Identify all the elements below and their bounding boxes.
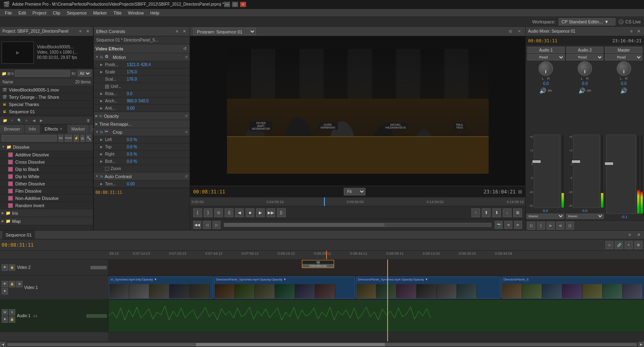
fader-thumb-master[interactable] [605, 162, 613, 165]
effects-yuv[interactable]: YUV [65, 135, 72, 142]
ch1-mute[interactable]: 🔊 [539, 87, 546, 94]
new-item-btn[interactable]: + [9, 117, 15, 124]
project-list-item[interactable]: 🎬VideoBlocks90005-1.mov [0, 86, 93, 94]
new-bin-btn[interactable]: 📁 [2, 117, 8, 124]
fit-selector[interactable]: Fit [344, 188, 365, 195]
audio-mixer-menu[interactable]: ≡ [629, 29, 634, 34]
master-knob[interactable] [617, 61, 631, 76]
menu-project[interactable]: Project [29, 9, 50, 17]
tl-add-tracks[interactable]: + [625, 241, 633, 249]
ec-reset-all[interactable]: ↺ [182, 44, 188, 53]
master-mode[interactable]: Read [605, 54, 642, 60]
mark-clip-btn[interactable]: ⊙ [214, 208, 223, 217]
tl-scroll-right[interactable]: ▶ [638, 342, 644, 347]
jog-right[interactable]: ▷ [213, 221, 221, 229]
project-in-select[interactable]: All [78, 70, 91, 77]
tab-marker[interactable]: Marker [67, 125, 89, 133]
v1-sync-btn[interactable]: ⊕ [16, 281, 23, 287]
lift-btn[interactable]: ↑ [471, 208, 480, 217]
am-btn5[interactable]: ⟩⟩ [566, 222, 574, 230]
menu-sequence[interactable]: Sequence [64, 9, 90, 17]
ec-time-remap-header[interactable]: ▶ Time Remappi... [94, 120, 190, 128]
ch2-mode[interactable]: Read [566, 54, 604, 60]
tl-snap-btn[interactable]: ⊹ [605, 241, 613, 249]
project-search-input[interactable] [15, 70, 70, 77]
a1-lock[interactable]: 🔒 [9, 316, 15, 323]
find-btn[interactable]: 🔍 [16, 117, 23, 124]
v2-eye-btn[interactable]: 👁 [2, 264, 8, 271]
project-list-item[interactable]: 🎬Terry George - The Shore [0, 94, 93, 101]
project-list-item[interactable]: 📽Special Thanks [0, 101, 93, 108]
v1-clip-2[interactable]: DirectorsPanel_Synched.mp4 Opacity:Opaci… [214, 276, 355, 299]
effects-tool1[interactable]: ◎ [80, 135, 85, 142]
insert-btn[interactable]: ⬇ [492, 208, 501, 217]
mark-out-btn[interactable]: } [204, 208, 213, 217]
effects-item[interactable]: Non-Additive Dissolve [0, 195, 93, 202]
trim-next[interactable]: ⊳ [514, 221, 522, 229]
project-icon-view[interactable]: ⊞ [7, 70, 10, 77]
am-btn2[interactable]: ⟩ [537, 222, 545, 230]
uniform-checkbox[interactable] [105, 85, 109, 89]
tab-browser[interactable]: Browser [0, 125, 25, 133]
v1-clip-4[interactable]: DirectorsPanel_S [502, 276, 644, 299]
ec-close[interactable]: ✕ [182, 29, 187, 34]
shuttle-left[interactable]: ◀◀ [193, 221, 201, 229]
timeline-menu[interactable]: ≡ [627, 232, 633, 238]
v2-clip-videoblocks[interactable]: 📹 VideoBlocks [302, 260, 334, 268]
workspace-selector[interactable]: CP Standard Editin... ▼ [559, 18, 615, 25]
effects-item[interactable]: Additive Dissolve [0, 151, 93, 158]
monitor-close[interactable]: ✕ [516, 29, 522, 34]
project-panel-close[interactable]: ✕ [85, 29, 91, 34]
minimize-button[interactable]: — [224, 2, 230, 7]
v1-clip-3[interactable]: DirectorsPanel_Synched.mp4 Opacity:Opaci… [356, 276, 501, 299]
fader-thumb-2[interactable] [572, 160, 580, 163]
am-btn3[interactable]: ⊳ [547, 222, 555, 230]
v1-clip-1[interactable]: el_Synched.mp4 icity:Opacity ▼ [109, 276, 213, 299]
v1-lock-btn[interactable]: 🔒 [9, 281, 15, 287]
ch1-knob[interactable] [539, 61, 553, 76]
effects-item[interactable]: Film Dissolve [0, 187, 93, 195]
zoom-checkbox[interactable] [105, 167, 109, 171]
menu-file[interactable]: File [2, 9, 15, 17]
effects-32bit[interactable]: 32 [58, 135, 63, 142]
ch1-mode[interactable]: Read [527, 54, 565, 60]
v1-eye-btn[interactable]: 👁 [2, 281, 8, 287]
ec-auto-contrast-header[interactable]: ▼ fx Auto Contrast ↺ [94, 172, 190, 181]
audio-mixer-close[interactable]: ✕ [636, 29, 642, 34]
extract-btn[interactable]: ⬆ [482, 208, 491, 217]
ec-motion-header[interactable]: ▼ fx ⚙ Motion ↺ [94, 53, 190, 61]
effects-accel[interactable]: ⚡ [74, 135, 79, 142]
tab-info[interactable]: Info [25, 125, 40, 133]
jog-left[interactable]: ◁ [203, 221, 211, 229]
a1-expand[interactable]: ▼ [2, 316, 8, 323]
auto-contrast-reset[interactable]: ↺ [185, 175, 188, 179]
tl-settings[interactable]: ⚙ [634, 241, 642, 249]
v1-collapse[interactable]: ▼ [2, 288, 8, 295]
timeline-tab[interactable]: Sequence 01 [2, 231, 35, 239]
effects-folder-header[interactable]: ▶📁Iris [0, 209, 93, 217]
menu-edit[interactable]: Edit [15, 9, 29, 17]
playback-bar[interactable] [224, 223, 491, 227]
step-back-btn[interactable]: ◀ [235, 208, 244, 217]
menu-help[interactable]: Help [147, 9, 163, 17]
effects-item[interactable]: Cross Dissolve [0, 158, 93, 166]
am-btn4[interactable]: ⊲ [556, 222, 564, 230]
monitor-float[interactable]: ⊞ [508, 29, 513, 34]
ch1-solo[interactable]: ✏ [548, 87, 553, 94]
ch1-send-select[interactable]: Master [526, 214, 564, 219]
effects-item[interactable]: Dip to Black [0, 166, 93, 173]
fader-thumb-1[interactable] [533, 160, 541, 163]
effects-folder-header[interactable]: ▼📁Dissolve [0, 143, 93, 151]
safe-margins[interactable]: ⊞ [513, 208, 522, 217]
v2-lock-btn[interactable]: 🔒 [9, 264, 15, 271]
effects-item[interactable]: Random Invert [0, 202, 93, 209]
ch2-mute[interactable]: 🔊 [578, 87, 585, 94]
maximize-button[interactable]: □ [232, 2, 238, 7]
timeline-close[interactable]: ✕ [636, 232, 642, 238]
close-button[interactable]: ✕ [240, 2, 246, 7]
scrollbar-thumb[interactable] [196, 343, 385, 346]
effects-folder-header[interactable]: ▶📁Map [0, 217, 93, 225]
menu-marker[interactable]: Marker [90, 9, 110, 17]
effects-tool2[interactable]: 🔧 [86, 135, 91, 142]
step-fwd-btn[interactable]: ▶▶ [266, 208, 275, 217]
